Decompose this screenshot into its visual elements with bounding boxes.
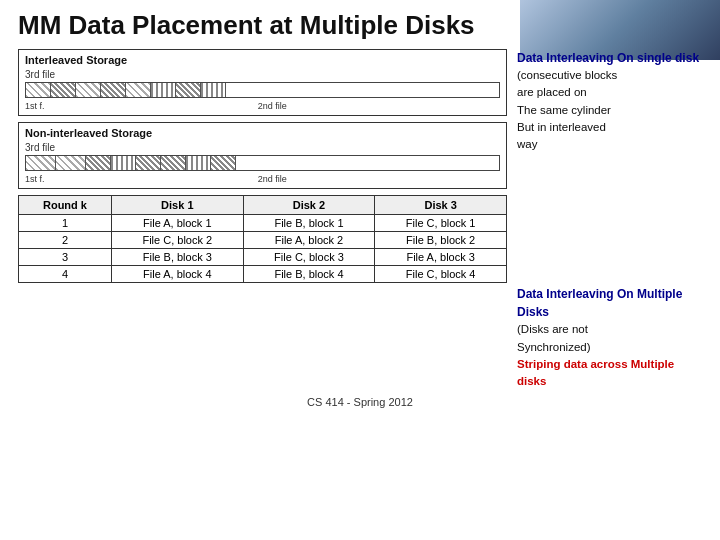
info-bottom-line2: Synchronized) <box>517 339 702 356</box>
col-header-disk1: Disk 1 <box>111 196 243 215</box>
info-top-line2: are placed on <box>517 84 702 101</box>
round-2: 2 <box>19 232 112 249</box>
disk2-r1: File B, block 1 <box>243 215 375 232</box>
round-4: 4 <box>19 266 112 283</box>
page-title: MM Data Placement at Multiple Disks <box>18 10 702 41</box>
table-row: 3 File B, block 3 File C, block 3 File A… <box>19 249 507 266</box>
disk1-r1: File A, block 1 <box>111 215 243 232</box>
round-3: 3 <box>19 249 112 266</box>
file2-label-2: 2nd file <box>258 174 287 184</box>
info-top-heading: Data Interleaving On single disk <box>517 49 702 67</box>
disk2-r3: File C, block 3 <box>243 249 375 266</box>
noninterleaved-label: Non-interleaved Storage <box>25 127 500 139</box>
table-row: 1 File A, block 1 File B, block 1 File C… <box>19 215 507 232</box>
col-header-disk3: Disk 3 <box>375 196 507 215</box>
file3-label-1: 3rd file <box>25 69 500 80</box>
info-top-line4: But in interleaved <box>517 119 702 136</box>
info-bottom-red: Striping data across Multiple disks <box>517 356 702 391</box>
col-header-round: Round k <box>19 196 112 215</box>
disk2-r2: File A, block 2 <box>243 232 375 249</box>
table-row: 2 File C, block 2 File A, block 2 File B… <box>19 232 507 249</box>
footer: CS 414 - Spring 2012 <box>18 396 702 408</box>
disk3-r4: File C, block 4 <box>375 266 507 283</box>
disk3-r3: File A, block 3 <box>375 249 507 266</box>
disk1-r4: File A, block 4 <box>111 266 243 283</box>
file1-label-2: 1st f. <box>25 174 45 184</box>
interleaved-label: Interleaved Storage <box>25 54 500 66</box>
info-top: Data Interleaving On single disk (consec… <box>517 49 702 153</box>
disk1-r3: File B, block 3 <box>111 249 243 266</box>
info-top-line3: The same cylinder <box>517 102 702 119</box>
noninterleaved-diagram: Non-interleaved Storage 3rd file 1st f. … <box>18 122 507 189</box>
info-top-line5: way <box>517 136 702 153</box>
interleaved-diagram: Interleaved Storage 3rd file 1st f. 2 <box>18 49 507 116</box>
placement-table: Round k Disk 1 Disk 2 Disk 3 1 File A, b… <box>18 195 507 283</box>
file1-label-1: 1st f. <box>25 101 45 111</box>
info-bottom-heading: Data Interleaving On Multiple Disks <box>517 285 702 321</box>
disk3-r2: File B, block 2 <box>375 232 507 249</box>
info-bottom: Data Interleaving On Multiple Disks (Dis… <box>517 285 702 390</box>
disk1-r2: File C, block 2 <box>111 232 243 249</box>
file3-label-2: 3rd file <box>25 142 500 153</box>
table-row: 4 File A, block 4 File B, block 4 File C… <box>19 266 507 283</box>
disk2-r4: File B, block 4 <box>243 266 375 283</box>
file2-label-1: 2nd file <box>258 101 287 111</box>
col-header-disk2: Disk 2 <box>243 196 375 215</box>
info-top-line1: (consecutive blocks <box>517 67 702 84</box>
round-1: 1 <box>19 215 112 232</box>
placement-table-container: Round k Disk 1 Disk 2 Disk 3 1 File A, b… <box>18 195 507 283</box>
disk3-r1: File C, block 1 <box>375 215 507 232</box>
info-bottom-line1: (Disks are not <box>517 321 702 338</box>
